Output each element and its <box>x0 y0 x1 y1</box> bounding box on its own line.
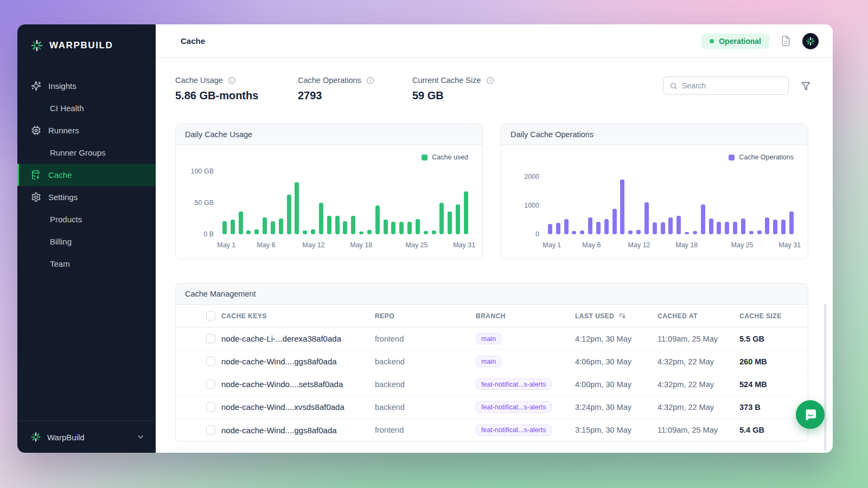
warpbuild-logo-icon <box>30 432 41 442</box>
info-icon[interactable] <box>228 76 236 85</box>
bar <box>717 222 721 234</box>
stat-label: Cache Usage <box>175 76 223 85</box>
info-icon[interactable] <box>366 76 374 85</box>
bar-plot: 0 B50 GB100 GB <box>222 168 468 234</box>
sort-icon[interactable] <box>618 312 627 320</box>
x-tick-label: May 1 <box>217 241 235 249</box>
row-checkbox[interactable] <box>206 357 215 366</box>
sidebar-item-cache[interactable]: Cache <box>17 164 156 186</box>
stat-cache-operations: Cache Operations 2793 <box>298 76 412 102</box>
stat-value: 59 GB <box>412 89 535 102</box>
cached-at: 11:09am, 25 May <box>658 426 739 434</box>
legend-swatch <box>422 155 427 160</box>
bar <box>596 222 601 234</box>
filter-funnel-icon[interactable] <box>801 81 811 91</box>
row-checkbox[interactable] <box>206 402 215 412</box>
search-box[interactable] <box>663 76 789 95</box>
bar <box>254 229 259 234</box>
bar <box>231 220 235 234</box>
search-input[interactable] <box>682 81 782 90</box>
repo: frontend <box>375 335 476 343</box>
branch-badge[interactable]: main <box>476 356 501 367</box>
branch-badge[interactable]: feat-notificat...s-alerts <box>476 401 552 413</box>
app-window: WARPBUILD Insights CI Health Runners Run… <box>17 24 833 453</box>
brand-logo[interactable]: WARPBUILD <box>17 24 156 67</box>
row-checkbox[interactable] <box>206 334 215 343</box>
stat-cache-usage: Cache Usage 5.86 GB-months <box>175 76 298 102</box>
sidebar-item-runner-groups[interactable]: Runner Groups <box>17 142 156 164</box>
x-tick-label: May 18 <box>350 241 372 249</box>
sidebar-item-settings[interactable]: Settings <box>17 186 156 208</box>
sidebar-item-runners[interactable]: Runners <box>17 119 156 142</box>
last-used: 4:00pm, 30 May <box>575 380 658 389</box>
y-tick-label: 50 GB <box>195 199 214 207</box>
cache-management-card: Cache Management CACHE KEYS REPO BRANCH … <box>175 283 808 442</box>
row-checkbox[interactable] <box>206 380 215 389</box>
bar <box>432 230 436 234</box>
bar <box>424 231 428 234</box>
x-tick-label: May 1 <box>542 241 561 249</box>
sidebar-item-insights[interactable]: Insights <box>17 75 156 97</box>
x-tick-label: May 12 <box>628 241 650 249</box>
bar <box>636 230 641 234</box>
table-row[interactable]: node-cache-Li-...derexa38af0ada frontend… <box>176 328 808 350</box>
bar <box>781 220 786 234</box>
bar <box>464 191 468 234</box>
bar <box>416 219 420 234</box>
select-all-checkbox[interactable] <box>206 311 215 320</box>
status-badge[interactable]: Operational <box>701 34 769 49</box>
table-row[interactable]: node-cache-Wind....ggs8af0ada backend ma… <box>176 350 808 373</box>
repo: backend <box>375 403 476 412</box>
branch-badge[interactable]: main <box>476 333 501 344</box>
column-header-cached-at: CACHED AT <box>658 312 739 320</box>
org-switcher[interactable]: WarpBuild <box>17 421 156 453</box>
table-row[interactable]: node-cache-Wind....xvsds8af0ada backend … <box>176 396 808 419</box>
bar <box>343 221 347 234</box>
branch-badge[interactable]: feat-notificat...s-alerts <box>476 378 552 390</box>
cached-at: 4:32pm, 22 May <box>658 357 739 366</box>
chat-button[interactable] <box>796 400 825 429</box>
docs-icon[interactable] <box>780 35 792 47</box>
bar <box>564 219 569 234</box>
sidebar-item-products[interactable]: Products <box>17 208 156 230</box>
sidebar-item-billing[interactable]: Billing <box>17 230 156 253</box>
bar <box>384 220 388 234</box>
bar <box>303 230 307 234</box>
bar <box>741 219 745 234</box>
branch-badge[interactable]: feat-notificat...s-alerts <box>476 425 552 436</box>
bar <box>757 230 762 234</box>
cache-size: 5.4 GB <box>739 426 808 434</box>
bar <box>572 231 576 234</box>
avatar[interactable] <box>802 33 819 49</box>
page: { "brand": { "name": "WARPBUILD", "foote… <box>0 0 868 488</box>
bar <box>556 223 560 234</box>
sidebar-item-team[interactable]: Team <box>17 253 156 275</box>
column-header-last-used[interactable]: LAST USED <box>575 312 658 320</box>
sidebar-item-label: Cache <box>48 170 72 179</box>
table-row[interactable]: node-cache-Windo....sets8af0ada backend … <box>176 373 808 396</box>
cpu-chip-icon <box>30 125 41 136</box>
info-icon[interactable] <box>486 76 494 85</box>
column-header-cache-size: CACHE SIZE <box>739 312 808 320</box>
cache-size: 524 MB <box>739 380 808 389</box>
sidebar-item-ci-health[interactable]: CI Health <box>17 97 156 119</box>
bar <box>725 222 729 234</box>
row-checkbox[interactable] <box>206 426 215 435</box>
stat-label: Current Cache Size <box>412 76 481 85</box>
last-used: 4:12pm, 30 May <box>575 335 658 343</box>
table-title: Cache Management <box>176 284 808 305</box>
table-row[interactable]: node-cache-Wind....ggs8af0ada frontend f… <box>176 419 808 441</box>
bar <box>668 217 673 234</box>
bar <box>709 219 713 234</box>
bar <box>612 209 617 234</box>
legend-label: Cache Operations <box>739 153 794 161</box>
repo: backend <box>375 357 476 366</box>
y-tick-label: 1000 <box>524 202 539 209</box>
bar <box>407 222 412 234</box>
bar <box>676 216 681 234</box>
daily-cache-usage-card: Daily Cache Usage Cache used 0 B50 GB100… <box>175 124 483 259</box>
scrollbar[interactable] <box>824 304 826 451</box>
bar <box>222 221 227 234</box>
gear-icon <box>30 192 41 203</box>
sidebar-item-label: Settings <box>48 192 78 202</box>
